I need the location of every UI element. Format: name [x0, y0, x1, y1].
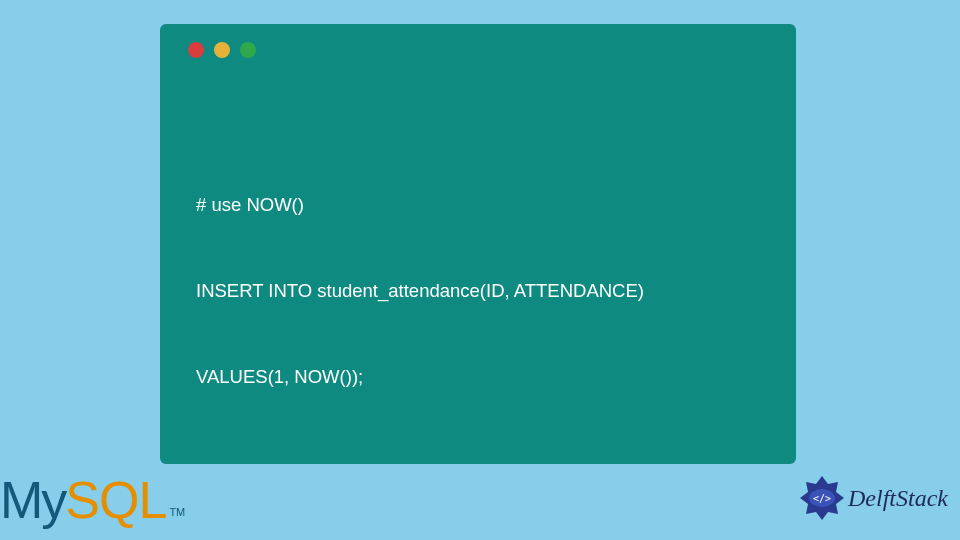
delftstack-logo: </> DelftStack — [798, 474, 948, 522]
code-line: # use NOW() — [196, 191, 768, 220]
delftstack-badge-icon: </> — [798, 474, 846, 522]
mysql-tm-text: TM — [169, 506, 185, 518]
code-line: VALUES(1, NOW()); — [196, 363, 768, 392]
delftstack-text: DelftStack — [848, 485, 948, 512]
mysql-logo: MySQLTM — [0, 470, 185, 530]
code-block: # use CURRENT_DATETIME INSERT INTO stude… — [196, 534, 768, 540]
window-controls — [188, 42, 768, 58]
code-block: # use NOW() INSERT INTO student_attendan… — [196, 133, 768, 448]
code-body: # use NOW() INSERT INTO student_attendan… — [188, 76, 768, 540]
close-icon — [188, 42, 204, 58]
mysql-my-text: My — [0, 470, 65, 530]
mysql-sql-text: SQL — [65, 470, 166, 530]
code-window: # use NOW() INSERT INTO student_attendan… — [160, 24, 796, 464]
minimize-icon — [214, 42, 230, 58]
maximize-icon — [240, 42, 256, 58]
code-line: INSERT INTO student_attendance(ID, ATTEN… — [196, 277, 768, 306]
svg-text:</>: </> — [813, 493, 831, 504]
